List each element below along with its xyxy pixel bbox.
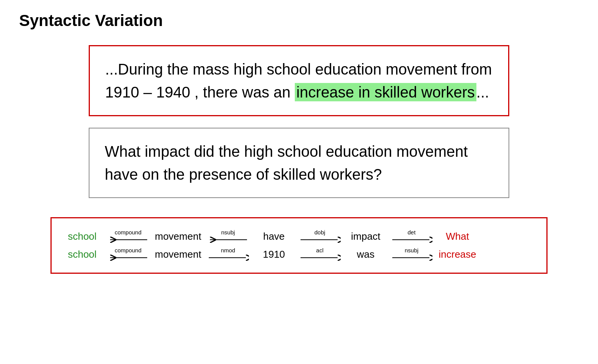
dep-arrow-dobj-1: dobj — [297, 229, 343, 244]
dep-row-2: school compound movement nmod — [63, 247, 535, 262]
dep-word-was-2: was — [346, 249, 385, 260]
dep-row-1: school compound movement nsubj — [63, 229, 535, 244]
dep-arrow-nsubj-1: nsubj — [205, 229, 251, 244]
dep-word-movement-1: movement — [155, 231, 201, 242]
dep-word-impact-1: impact — [346, 231, 385, 242]
page-title: Syntactic Variation — [19, 11, 579, 30]
dep-word-1910-2: 1910 — [255, 249, 293, 260]
dep-word-what-1: What — [438, 231, 476, 242]
dep-arrow-compound-2: compound — [105, 247, 151, 262]
dep-arrow-nsubj-2: nsubj — [388, 247, 434, 262]
passage-text-after: ... — [476, 84, 489, 101]
question-text: What impact did the high school educatio… — [105, 140, 493, 186]
dep-arrow-nmod-2: nmod — [205, 247, 251, 262]
dep-word-have-1: have — [255, 231, 293, 242]
passage-highlight: increase in skilled workers — [295, 83, 476, 101]
passage-text: ...During the mass high school education… — [105, 58, 493, 104]
dep-word-increase-2: increase — [438, 249, 476, 260]
dep-word-movement-2: movement — [155, 249, 201, 260]
dep-arrow-det-1: det — [388, 229, 434, 244]
question-box: What impact did the high school educatio… — [89, 128, 509, 198]
dependency-box: school compound movement nsubj — [50, 217, 548, 274]
dep-word-school-1: school — [63, 231, 101, 242]
dep-arrow-compound-1: compound — [105, 229, 151, 244]
dep-word-school-2: school — [63, 249, 101, 260]
passage-box: ...During the mass high school education… — [89, 45, 509, 116]
dep-arrow-acl-2: acl — [297, 247, 343, 262]
